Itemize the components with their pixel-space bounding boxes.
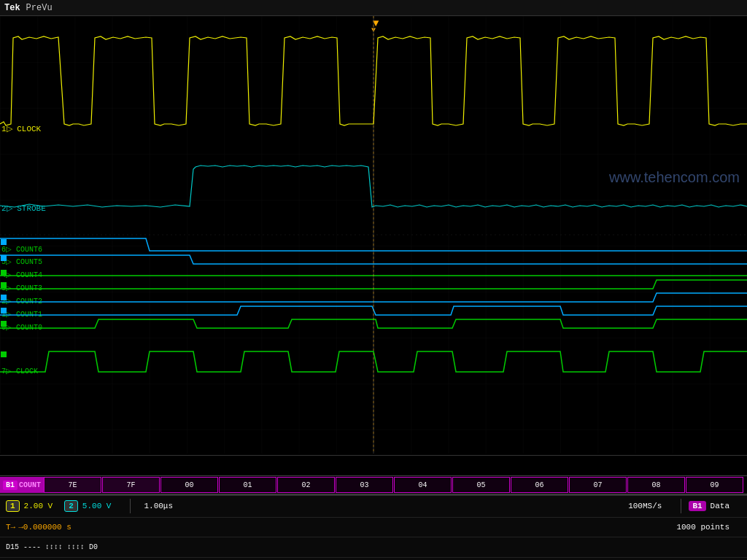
status-row1: 1 2.00 V 2 5.00 V 1.00μs 100MS/s B1 Data (0, 496, 747, 518)
waveform-display: 1▷ CLOCK 2▷ STROBE 6▷ COUNT6 5▷ COUNT5 4… (0, 16, 747, 475)
bus-segment-4: 02 (277, 477, 335, 493)
bus-segment-5: 03 (336, 477, 393, 493)
trigger-arrow-icon: T→ (6, 523, 15, 532)
trigger-time: →0.000000 s (18, 523, 71, 532)
bus-display (0, 455, 747, 475)
d-range-label: D15 ---- ↕↕↕↕ ↕↕↕↕ D0 (6, 543, 98, 551)
dig5-badge (1, 255, 7, 261)
dig1-badge (1, 308, 7, 314)
bus-segment-0: 7E (44, 477, 101, 493)
ch1-badge: 1 (6, 500, 20, 512)
bus-segment-1: 7F (102, 477, 160, 493)
svg-text:5▷ COUNT5: 5▷ COUNT5 (1, 258, 42, 266)
bus-segment-3: 01 (219, 477, 276, 493)
dig2-badge (1, 295, 7, 300)
svg-text:6▷ COUNT6: 6▷ COUNT6 (1, 246, 42, 254)
sample-rate: 100MS/s (628, 502, 662, 510)
tek-label: Tek (4, 3, 20, 13)
bus-decode-bar: B1 COUNT 7E7F00010203040506070809 (0, 475, 747, 494)
bus-segment-7: 05 (452, 477, 510, 493)
bus-segment-6: 04 (394, 477, 452, 493)
svg-text:1▷ CLOCK: 1▷ CLOCK (1, 125, 42, 133)
divider1 (130, 499, 131, 513)
status-row2: T→ →0.000000 s 1000 points (0, 518, 747, 538)
b1-indicator: B1 (3, 481, 18, 490)
svg-text:2▷ STROBE: 2▷ STROBE (1, 204, 46, 213)
bus-label: B1 COUNT (0, 477, 44, 493)
bus-segment-2: 00 (160, 477, 218, 493)
record-length: 1000 points (676, 523, 729, 532)
bus-segment-8: 06 (511, 477, 568, 493)
dig0-badge (1, 321, 7, 327)
decode-b1-badge: B1 (689, 501, 705, 511)
top-bar: Tek PreVu (0, 0, 747, 16)
divider2 (681, 499, 681, 513)
bus-name-label: COUNT (19, 481, 41, 489)
ch2-voltage: 5.00 V (82, 502, 112, 510)
status-row3: D15 ---- ↕↕↕↕ ↕↕↕↕ D0 (0, 537, 747, 558)
dig7-badge (1, 351, 7, 357)
status-bar: 1 2.00 V 2 5.00 V 1.00μs 100MS/s B1 Data… (0, 494, 747, 560)
bus-segment-10: 08 (627, 477, 685, 493)
scope-display: ▼ ▼ www.tehencom.com 1▷ CLOCK 2▷ STROBE … (0, 16, 747, 475)
dig4-badge (1, 270, 7, 276)
ch1-voltage: 2.00 V (24, 502, 53, 510)
dig6-badge (1, 239, 7, 245)
ch2-badge: 2 (64, 500, 78, 512)
bus-values-container: 7E7F00010203040506070809 (44, 477, 747, 493)
timebase-value: 1.00μs (144, 502, 173, 510)
decode-type: Data (711, 502, 729, 510)
bus-segment-9: 07 (569, 477, 627, 493)
dig3-badge (1, 282, 7, 288)
bus-segment-11: 09 (686, 477, 743, 493)
prevu-label: PreVu (26, 3, 53, 13)
